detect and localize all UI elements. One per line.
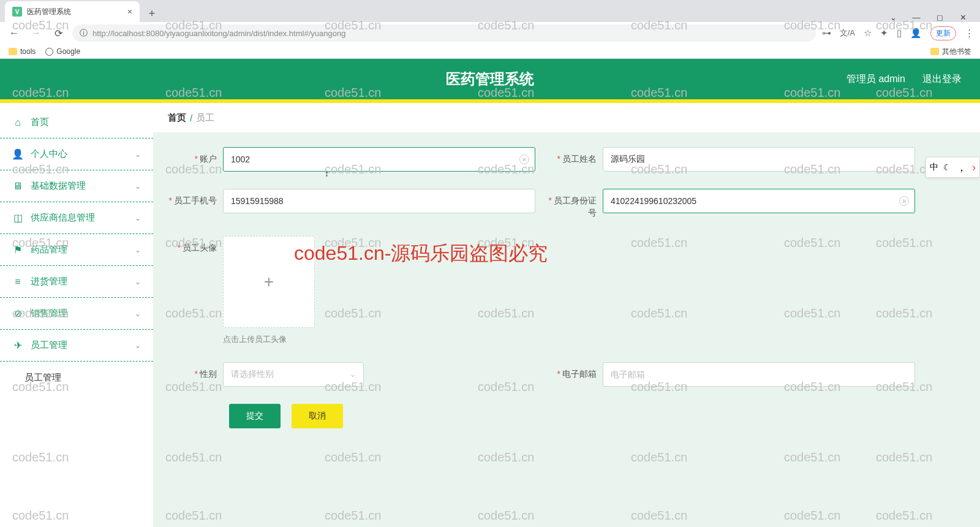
comma-icon[interactable]: ， bbox=[956, 160, 967, 175]
key-icon[interactable]: ⊶ bbox=[822, 28, 831, 39]
name-label: *员工姓名 bbox=[548, 147, 603, 165]
breadcrumb: 首页 / 员工 bbox=[153, 103, 980, 132]
app-title: 医药管理系统 bbox=[446, 69, 534, 89]
sidebar-item-home[interactable]: ⌂首页 bbox=[0, 107, 153, 138]
account-label: *账户 bbox=[168, 147, 223, 165]
url-text: http://localhost:8080/yiyaoguanlixitong/… bbox=[92, 29, 345, 38]
bookmark-other[interactable]: 其他书签 bbox=[930, 47, 971, 57]
crop-icon: ◫ bbox=[12, 213, 23, 224]
star-icon[interactable]: ☆ bbox=[864, 28, 872, 39]
list-icon: ≡ bbox=[12, 276, 23, 287]
breadcrumb-sep: / bbox=[190, 113, 192, 123]
logout-link[interactable]: 退出登录 bbox=[922, 73, 962, 86]
avatar-label: *员工头像 bbox=[168, 236, 223, 254]
ime-zh[interactable]: 中 bbox=[930, 162, 938, 173]
tab-strip: V 医药管理系统 × + ⌄ — ◻ ✕ bbox=[0, 0, 980, 22]
update-button[interactable]: 更新 bbox=[930, 26, 956, 40]
sidebar-item-medicine[interactable]: ⚑药品管理⌄ bbox=[0, 234, 153, 266]
flag-icon: ⚑ bbox=[12, 245, 23, 256]
user-icon: 👤 bbox=[12, 149, 23, 160]
sidebar-item-basic-data[interactable]: 🖥基础数据管理⌄ bbox=[0, 170, 153, 202]
staff-form: *账户 ✕ *员工姓名 *员工手机号 *员工身份证号 ✕ bbox=[153, 132, 980, 443]
url-bar[interactable]: ⓘ http://localhost:8080/yiyaoguanlixiton… bbox=[72, 25, 816, 42]
submit-button[interactable]: 提交 bbox=[229, 404, 281, 428]
chevron-down-icon: ⌄ bbox=[135, 341, 141, 350]
plus-icon: + bbox=[264, 272, 274, 292]
sidebar-item-staff[interactable]: ✈员工管理⌄ bbox=[0, 330, 153, 362]
menu-icon[interactable]: ⋮ bbox=[965, 28, 974, 39]
send-icon: ✈ bbox=[12, 340, 23, 351]
info-icon: ⓘ bbox=[80, 28, 88, 39]
globe-icon bbox=[45, 48, 53, 56]
forward-icon[interactable]: → bbox=[28, 25, 44, 41]
avatar-upload[interactable]: + bbox=[223, 236, 315, 328]
bookmark-google[interactable]: Google bbox=[45, 47, 80, 56]
email-label: *电子邮箱 bbox=[548, 362, 603, 381]
sidebar-item-purchase[interactable]: ≡进货管理⌄ bbox=[0, 266, 153, 298]
window-controls: ⌄ — ◻ ✕ bbox=[876, 13, 980, 22]
back-icon[interactable]: ← bbox=[6, 25, 22, 41]
address-bar-row: ← → ⟳ ⓘ http://localhost:8080/yiyaoguanl… bbox=[0, 22, 980, 44]
maximize-icon[interactable]: ◻ bbox=[933, 13, 946, 22]
chevron-down-icon: ⌄ bbox=[135, 278, 141, 286]
devices-icon[interactable]: ▯ bbox=[897, 28, 902, 39]
sidebar-item-staff-manage[interactable]: 员工管理 bbox=[0, 362, 153, 393]
circle-icon: ⊘ bbox=[12, 308, 23, 319]
clear-icon[interactable]: ✕ bbox=[519, 154, 529, 164]
sidebar-item-sales[interactable]: ⊘销售管理⌄ bbox=[0, 298, 153, 330]
phone-label: *员工手机号 bbox=[168, 189, 223, 207]
moon-icon[interactable]: ☾ bbox=[943, 162, 951, 172]
sidebar-item-supplier[interactable]: ◫供应商信息管理⌄ bbox=[0, 202, 153, 234]
close-tab-icon[interactable]: × bbox=[127, 7, 132, 17]
ime-widget[interactable]: 中 ☾ ， › bbox=[925, 157, 980, 178]
main-content: 首页 / 员工 *账户 ✕ *员工姓名 *员工手机号 bbox=[153, 103, 980, 527]
chevron-down-icon: ⌄ bbox=[135, 246, 141, 254]
clear-icon[interactable]: ✕ bbox=[899, 196, 909, 206]
chevron-down-icon: ⌄ bbox=[350, 370, 356, 379]
idcard-input[interactable] bbox=[603, 189, 915, 213]
favicon: V bbox=[12, 7, 22, 17]
folder-icon bbox=[9, 48, 17, 55]
profile-icon[interactable]: 👤 bbox=[910, 28, 922, 39]
tab-title: 医药管理系统 bbox=[27, 7, 71, 17]
chevron-down-icon: ⌄ bbox=[135, 150, 141, 159]
home-icon: ⌂ bbox=[12, 117, 23, 128]
browser-tab[interactable]: V 医药管理系统 × bbox=[5, 1, 140, 22]
sidebar: ⌂首页 👤个人中心⌄ 🖥基础数据管理⌄ ◫供应商信息管理⌄ ⚑药品管理⌄ ≡进货… bbox=[0, 103, 153, 527]
close-window-icon[interactable]: ✕ bbox=[957, 13, 969, 22]
new-tab-button[interactable]: + bbox=[143, 5, 160, 22]
monitor-icon: 🖥 bbox=[12, 181, 23, 192]
browser-chrome: V 医药管理系统 × + ⌄ — ◻ ✕ ← → ⟳ ⓘ http://loca… bbox=[0, 0, 980, 59]
email-input[interactable] bbox=[603, 362, 915, 387]
folder-icon bbox=[930, 48, 939, 55]
app-header: 医药管理系统 管理员 admin 退出登录 bbox=[0, 59, 980, 99]
chevron-down-icon: ⌄ bbox=[135, 309, 141, 318]
name-input[interactable] bbox=[603, 147, 915, 172]
current-user[interactable]: 管理员 admin bbox=[846, 73, 905, 86]
sidebar-item-personal[interactable]: 👤个人中心⌄ bbox=[0, 138, 153, 170]
phone-input[interactable] bbox=[223, 189, 535, 213]
breadcrumb-home[interactable]: 首页 bbox=[168, 112, 186, 124]
breadcrumb-current: 员工 bbox=[196, 112, 214, 124]
avatar-hint: 点击上传员工头像 bbox=[223, 334, 315, 345]
chevron-down-icon[interactable]: ⌄ bbox=[887, 13, 899, 22]
bookmark-bar: tools Google 其他书签 bbox=[0, 44, 980, 59]
chevron-down-icon: ⌄ bbox=[135, 182, 141, 191]
chevron-right-icon[interactable]: › bbox=[972, 161, 976, 174]
translate-icon[interactable]: 文/A bbox=[840, 28, 855, 39]
bookmark-tools[interactable]: tools bbox=[9, 47, 36, 56]
gender-label: *性别 bbox=[168, 362, 223, 381]
cancel-button[interactable]: 取消 bbox=[292, 404, 343, 428]
idcard-label: *员工身份证号 bbox=[548, 189, 603, 219]
minimize-icon[interactable]: — bbox=[910, 13, 922, 22]
extension-icon[interactable]: ✦ bbox=[880, 28, 888, 39]
account-input[interactable] bbox=[223, 147, 535, 172]
chevron-down-icon: ⌄ bbox=[135, 214, 141, 222]
gender-select[interactable]: 请选择性别⌄ bbox=[223, 362, 364, 387]
reload-icon[interactable]: ⟳ bbox=[50, 25, 66, 41]
